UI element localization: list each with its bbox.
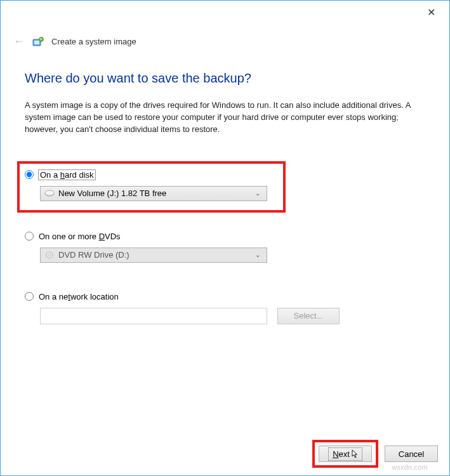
chevron-down-icon: ⌄ [253,190,263,197]
close-button[interactable]: ✕ [421,4,440,20]
radio-hard-disk-label: On a hard disk [39,170,95,180]
select-button: Select... [277,308,340,324]
system-image-icon [32,36,44,48]
content-area: Where do you want to save the backup? A … [1,52,449,324]
option-network: On a network location Select... [25,292,425,324]
chevron-down-icon: ⌄ [253,251,263,258]
page-heading: Where do you want to save the backup? [25,71,425,86]
footer: Next Cancel [312,440,438,468]
svg-rect-1 [34,41,39,44]
next-button-highlight: Next [312,440,378,468]
radio-network-input[interactable] [25,292,34,301]
cancel-button[interactable]: Cancel [385,446,438,462]
option-dvd: On one or more DVDs DVD RW Drive (D:) ⌄ [25,232,425,263]
dvd-dropdown[interactable]: DVD RW Drive (D:) ⌄ [40,248,267,263]
radio-dvd-label: On one or more DVDs [39,232,121,241]
back-arrow-icon: ← [13,35,25,48]
network-path-input[interactable] [40,308,267,324]
wizard-title: Create a system image [51,37,136,46]
radio-dvd[interactable]: On one or more DVDs [25,232,425,241]
radio-network[interactable]: On a network location [25,292,425,301]
mouse-cursor-icon [352,449,358,460]
radio-dvd-input[interactable] [25,232,34,241]
hard-disk-icon [44,190,55,197]
svg-point-4 [45,190,54,195]
next-button[interactable]: Next [319,446,372,462]
hard-disk-selected: New Volume (J:) 1.82 TB free [58,188,253,198]
dvd-icon [44,251,55,259]
svg-point-6 [49,254,51,256]
dvd-selected: DVD RW Drive (D:) [58,250,253,260]
option-hard-disk: On a hard disk New Volume (J:) 1.82 TB f… [17,161,286,213]
wizard-header: ← Create a system image [1,23,449,52]
titlebar: ✕ [1,1,449,23]
radio-hard-disk[interactable]: On a hard disk [25,170,278,180]
radio-network-label: On a network location [39,292,119,301]
hard-disk-dropdown[interactable]: New Volume (J:) 1.82 TB free ⌄ [40,186,267,201]
page-description: A system image is a copy of the drives r… [25,100,418,136]
radio-hard-disk-input[interactable] [25,170,34,179]
